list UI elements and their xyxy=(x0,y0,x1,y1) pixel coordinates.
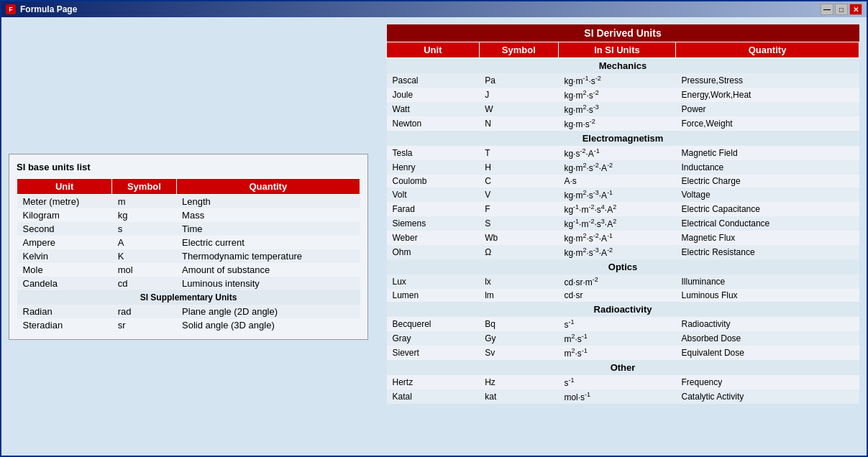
quantity-cell: Solid angle (3D angle) xyxy=(176,318,360,332)
unit-cell: Kelvin xyxy=(17,249,112,263)
unit-cell: Newton xyxy=(387,116,480,131)
table-row: Second s Time xyxy=(17,222,360,236)
si-cell: kg-1·m-2·s3·A2 xyxy=(558,216,675,231)
si-cell: kg·m2·s-2 xyxy=(558,88,675,102)
optics-label: Optics xyxy=(387,259,859,274)
quantity-cell: Illuminance xyxy=(676,274,859,289)
si-cell: kg·m-1·s-2 xyxy=(558,73,675,88)
col-si-label: In SI Units xyxy=(558,42,675,58)
quantity-cell: Electric current xyxy=(176,236,360,249)
symbol-cell: cd xyxy=(112,277,176,290)
symbol-cell: kat xyxy=(479,389,558,404)
table-row: Volt V kg·m2·s-3·A-1 Voltage xyxy=(387,188,859,202)
app-icon: F xyxy=(6,4,16,14)
table-row: Coulomb C A·s Electric Charge xyxy=(387,175,859,188)
unit-cell: Hertz xyxy=(387,375,480,389)
symbol-cell: kg xyxy=(112,208,176,222)
table-row: Pascal Pa kg·m-1·s-2 Pressure,Stress xyxy=(387,73,859,88)
si-cell: kg-1·m-2·s4·A2 xyxy=(558,202,675,216)
table-row: Weber Wb kg·m2·s-2·A-1 Magnetic Flux xyxy=(387,231,859,245)
symbol-cell: lm xyxy=(479,289,558,302)
quantity-cell: Equivalent Dose xyxy=(676,346,859,360)
base-units-title: SI base units list xyxy=(17,162,360,172)
right-panel: SI Derived Units Unit Symbol In SI Units… xyxy=(386,24,859,448)
si-cell: kg·m·s-2 xyxy=(558,116,675,131)
table-row: Steradian sr Solid angle (3D angle) xyxy=(17,318,360,332)
unit-cell: Meter (metre) xyxy=(17,195,112,209)
symbol-cell: W xyxy=(479,102,558,116)
quantity-cell: Luminous Flux xyxy=(676,289,859,302)
quantity-cell: Energy,Work,Heat xyxy=(676,88,859,102)
symbol-cell: A xyxy=(112,236,176,249)
symbol-cell: C xyxy=(479,175,558,188)
unit-cell: Tesla xyxy=(387,146,480,160)
electromagnetism-section: Electromagnetism xyxy=(387,131,859,146)
table-row: Joule J kg·m2·s-2 Energy,Work,Heat xyxy=(387,88,859,102)
unit-cell: Lux xyxy=(387,274,480,289)
close-button[interactable]: ✕ xyxy=(849,4,862,15)
si-cell: cd·sr xyxy=(558,289,675,302)
si-cell: s-1 xyxy=(558,375,675,389)
symbol-cell: sr xyxy=(112,318,176,332)
unit-cell: Henry xyxy=(387,160,480,175)
symbol-cell: m xyxy=(112,195,176,209)
minimize-button[interactable]: — xyxy=(821,4,833,15)
table-row: Siemens S kg-1·m-2·s3·A2 Electrical Cond… xyxy=(387,216,859,231)
symbol-cell: T xyxy=(479,146,558,160)
symbol-cell: J xyxy=(479,88,558,102)
table-row: Becquerel Bq s-1 Radioactivity xyxy=(387,317,859,331)
quantity-cell: Electrical Conductance xyxy=(676,216,859,231)
si-cell: cd·sr·m-2 xyxy=(558,274,675,289)
table-row: Katal kat mol·s-1 Catalytic Activity xyxy=(387,389,859,404)
quantity-cell: Mass xyxy=(176,208,360,222)
quantity-cell: Electric Capacitance xyxy=(676,202,859,216)
quantity-cell: Length xyxy=(176,195,360,209)
quantity-cell: Frequency xyxy=(676,375,859,389)
unit-cell: Weber xyxy=(387,231,480,245)
symbol-cell: Hz xyxy=(479,375,558,389)
col-unit-header: Unit xyxy=(17,179,112,195)
si-cell: m2·s-1 xyxy=(558,346,675,360)
electromagnetism-label: Electromagnetism xyxy=(387,131,859,146)
quantity-cell: Plane angle (2D angle) xyxy=(176,305,360,318)
quantity-cell: Radioactivity xyxy=(676,317,859,331)
quantity-cell: Amount of substance xyxy=(176,263,360,277)
quantity-cell: Inductance xyxy=(676,160,859,175)
unit-cell: Candela xyxy=(17,277,112,290)
col-unit-label: Unit xyxy=(387,42,480,58)
main-window: F Formula Page — □ ✕ SI base units list … xyxy=(0,0,868,457)
quantity-cell: Thermodynamic temperature xyxy=(176,249,360,263)
symbol-cell: F xyxy=(479,202,558,216)
quantity-cell: Electric Charge xyxy=(676,175,859,188)
mechanics-section: Mechanics xyxy=(387,58,859,74)
unit-cell: Siemens xyxy=(387,216,480,231)
symbol-cell: lx xyxy=(479,274,558,289)
table-row: Kilogram kg Mass xyxy=(17,208,360,222)
base-units-table: Unit Symbol Quantity Meter (metre) m Len… xyxy=(17,178,360,332)
unit-cell: Radian xyxy=(17,305,112,318)
symbol-cell: N xyxy=(479,116,558,131)
mechanics-label: Mechanics xyxy=(387,58,859,74)
table-row: Ampere A Electric current xyxy=(17,236,360,249)
col-quantity-label: Quantity xyxy=(676,42,859,58)
table-row: Kelvin K Thermodynamic temperature xyxy=(17,249,360,263)
symbol-cell: Bq xyxy=(479,317,558,331)
table-row: Watt W kg·m2·s-3 Power xyxy=(387,102,859,116)
maximize-button[interactable]: □ xyxy=(835,4,848,15)
title-bar-left: F Formula Page xyxy=(6,4,77,14)
si-cell: mol·s-1 xyxy=(558,389,675,404)
unit-cell: Katal xyxy=(387,389,480,404)
quantity-cell: Time xyxy=(176,222,360,236)
table-row: Farad F kg-1·m-2·s4·A2 Electric Capacita… xyxy=(387,202,859,216)
quantity-cell: Catalytic Activity xyxy=(676,389,859,404)
other-label: Other xyxy=(387,360,859,375)
si-cell: A·s xyxy=(558,175,675,188)
window-title: Formula Page xyxy=(20,4,77,14)
symbol-cell: s xyxy=(112,222,176,236)
quantity-cell: Magnetic Flux xyxy=(676,231,859,245)
col-symbol-header: Symbol xyxy=(112,179,176,195)
col-quantity-header: Quantity xyxy=(176,179,360,195)
base-units-header: Unit Symbol Quantity xyxy=(17,179,360,195)
left-panel: SI base units list Unit Symbol Quantity … xyxy=(9,24,375,448)
table-row: Henry H kg·m2·s-2·A-2 Inductance xyxy=(387,160,859,175)
